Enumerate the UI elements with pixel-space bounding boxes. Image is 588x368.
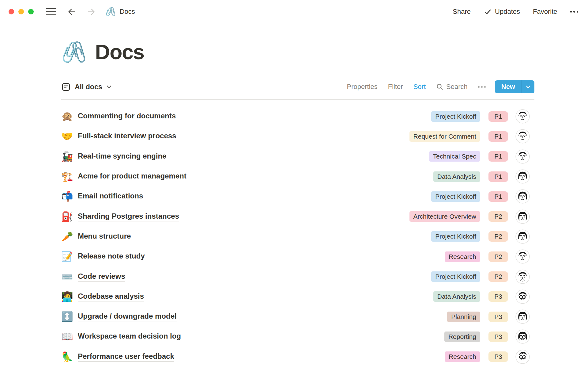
tag-pill[interactable]: Data Analysis [433, 171, 480, 182]
doc-list: 🙊 Commenting for documents Project Kicko… [61, 100, 534, 367]
avatar[interactable] [515, 270, 530, 284]
window-title: Docs [120, 8, 135, 16]
sort-button[interactable]: Sort [413, 83, 426, 91]
doc-row[interactable]: 🚂 Real-time syncing engine Technical Spe… [61, 147, 534, 167]
avatar[interactable] [515, 309, 530, 324]
doc-title-link[interactable]: Release note study [78, 252, 145, 261]
woman-technologist-icon: 👩‍💻 [61, 292, 78, 301]
tag-pill[interactable]: Project Kickoff [431, 191, 480, 202]
priority-pill[interactable]: P3 [488, 312, 508, 322]
doc-title-link[interactable]: Acme for product management [78, 172, 187, 181]
avatar[interactable] [515, 129, 530, 144]
doc-row[interactable]: 🤝 Full-stack interview process Request f… [61, 126, 534, 146]
new-dropdown-button[interactable] [522, 80, 534, 93]
doc-row[interactable]: 🥕 Menu structure Project Kickoff P2 [61, 227, 534, 247]
doc-title-link[interactable]: Code reviews [78, 272, 125, 282]
doc-title-link[interactable]: Workspace team decision log [78, 332, 181, 341]
avatar[interactable] [515, 189, 530, 204]
priority-pill[interactable]: P1 [488, 151, 508, 162]
priority-pill[interactable]: P1 [488, 111, 508, 122]
tag-pill[interactable]: Project Kickoff [431, 231, 480, 242]
priority-pill[interactable]: P2 [488, 211, 508, 222]
page-header: 🖇️ Docs [61, 40, 534, 64]
avatar[interactable] [515, 209, 530, 224]
document-view-icon [61, 82, 71, 92]
sidebar-toggle-icon[interactable] [46, 8, 56, 15]
zoom-window-button[interactable] [28, 9, 34, 14]
doc-row[interactable]: ⌨️ Code reviews Project Kickoff P2 [61, 266, 534, 286]
properties-button[interactable]: Properties [347, 83, 378, 91]
updates-button[interactable]: Updates [484, 8, 520, 16]
doc-title-link[interactable]: Full-stack interview process [78, 132, 176, 141]
avatar[interactable] [515, 350, 530, 364]
priority-pill[interactable]: P1 [488, 191, 508, 202]
doc-row[interactable]: 📝 Release note study Research P2 [61, 247, 534, 266]
doc-row[interactable]: ↕️ Upgrade / downgrade model Planning P3 [61, 307, 534, 327]
doc-title-link[interactable]: Upgrade / downgrade model [78, 312, 177, 321]
doc-row[interactable]: 👩‍💻 Codebase analysis Data Analysis P3 [61, 287, 534, 307]
tag-pill[interactable]: Project Kickoff [431, 271, 480, 282]
tag-pill[interactable]: Research [445, 251, 480, 262]
up-down-arrow-icon: ↕️ [61, 312, 78, 321]
keyboard-icon: ⌨️ [61, 272, 78, 282]
priority-pill[interactable]: P3 [488, 351, 508, 362]
priority-pill[interactable]: P2 [488, 251, 508, 262]
doc-row[interactable]: 📖 Workspace team decision log Reporting … [61, 327, 534, 347]
doc-row[interactable]: ⛽ Sharding Postgres instances Architectu… [61, 206, 534, 226]
doc-title-link[interactable]: Sharding Postgres instances [78, 212, 179, 221]
doc-row[interactable]: 🦜 Performance user feedback Research P3 [61, 347, 534, 367]
locomotive-icon: 🚂 [61, 152, 78, 161]
view-more-options-button[interactable] [478, 86, 486, 88]
tag-pill[interactable]: Reporting [444, 332, 480, 342]
priority-pill[interactable]: P3 [488, 332, 508, 342]
doc-row[interactable]: 📬 Email notifications Project Kickoff P1 [61, 186, 534, 206]
close-window-button[interactable] [9, 9, 14, 14]
doc-title-link[interactable]: Codebase analysis [78, 292, 144, 301]
avatar[interactable] [515, 149, 530, 164]
forward-button[interactable] [87, 7, 96, 17]
filter-button[interactable]: Filter [388, 83, 403, 91]
doc-row[interactable]: 🏗️ Acme for product management Data Anal… [61, 167, 534, 186]
tag-pill[interactable]: Architecture Overview [409, 211, 480, 222]
priority-pill[interactable]: P2 [488, 231, 508, 242]
priority-pill[interactable]: P1 [488, 131, 508, 142]
doc-title-link[interactable]: Menu structure [78, 232, 131, 241]
favorite-button[interactable]: Favorite [533, 8, 557, 16]
tag-pill[interactable]: Request for Comment [409, 131, 480, 142]
view-selector[interactable]: All docs [61, 82, 112, 92]
more-icon [478, 86, 480, 88]
share-button[interactable]: Share [453, 8, 471, 16]
page-title[interactable]: Docs [95, 40, 144, 64]
minimize-window-button[interactable] [18, 9, 24, 14]
avatar[interactable] [515, 169, 530, 184]
more-options-button[interactable] [570, 11, 579, 13]
doc-title-link[interactable]: Performance user feedback [78, 352, 174, 362]
doc-row[interactable]: 🙊 Commenting for documents Project Kicko… [61, 106, 534, 126]
new-button[interactable]: New [495, 80, 522, 93]
tag-pill[interactable]: Project Kickoff [431, 111, 480, 122]
tag-pill[interactable]: Planning [447, 312, 480, 322]
doc-title-link[interactable]: Commenting for documents [78, 112, 176, 121]
open-book-icon: 📖 [61, 332, 78, 341]
tag-pill[interactable]: Data Analysis [433, 291, 480, 302]
priority-pill[interactable]: P2 [488, 271, 508, 282]
avatar[interactable] [515, 289, 530, 304]
avatar[interactable] [515, 249, 530, 264]
more-icon [570, 11, 572, 13]
tag-pill[interactable]: Technical Spec [429, 151, 480, 162]
avatar[interactable] [515, 229, 530, 244]
page-icon[interactable]: 🖇️ [61, 42, 86, 62]
back-button[interactable] [67, 7, 76, 17]
avatar[interactable] [515, 109, 530, 124]
priority-pill[interactable]: P3 [488, 291, 508, 302]
avatar[interactable] [515, 329, 530, 344]
doc-title-link[interactable]: Email notifications [78, 192, 143, 201]
carrot-icon: 🥕 [61, 232, 78, 241]
new-split-button: New [495, 80, 534, 93]
arrow-left-icon [67, 7, 76, 17]
doc-title-link[interactable]: Real-time syncing engine [78, 152, 166, 161]
search-button[interactable]: Search [436, 83, 468, 91]
tag-pill[interactable]: Research [445, 351, 480, 362]
page-emoji-icon: 🖇️ [105, 8, 116, 16]
priority-pill[interactable]: P1 [488, 171, 508, 182]
